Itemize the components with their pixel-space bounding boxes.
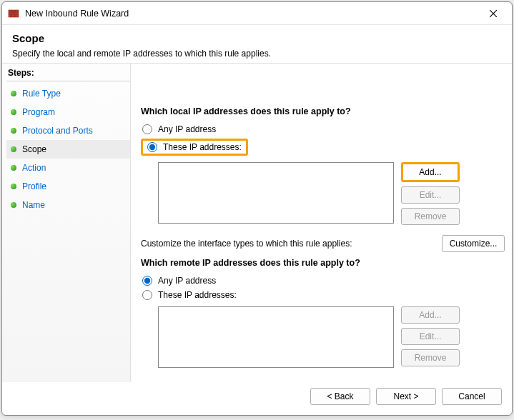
local-remove-button: Remove <box>401 208 460 225</box>
local-edit-button: Edit... <box>401 186 460 204</box>
remote-radio-these[interactable] <box>142 290 152 300</box>
cancel-button[interactable]: Cancel <box>442 388 502 405</box>
close-button[interactable] <box>480 4 506 23</box>
wizard-footer: < Back Next > Cancel <box>2 382 512 415</box>
step-label: Action <box>22 163 46 173</box>
bullet-icon <box>11 202 16 208</box>
remote-ip-buttons: Add... Edit... Remove <box>401 306 460 366</box>
step-action[interactable]: Action <box>6 159 130 177</box>
next-button[interactable]: Next > <box>376 388 436 405</box>
local-radio-any-row: Any IP address <box>141 124 505 134</box>
step-rule-type[interactable]: Rule Type <box>6 84 130 103</box>
page-title: Scope <box>12 32 502 44</box>
bullet-icon <box>11 146 16 152</box>
local-add-button[interactable]: Add... <box>401 162 460 182</box>
local-these-highlight: These IP addresses: <box>141 139 248 156</box>
remote-radio-any[interactable] <box>142 276 152 286</box>
step-label: Profile <box>22 181 46 191</box>
step-label: Rule Type <box>22 89 61 99</box>
remote-radio-these-label[interactable]: These IP addresses: <box>158 290 237 300</box>
remote-add-button: Add... <box>401 306 460 324</box>
remote-radio-these-row: These IP addresses: <box>141 290 505 300</box>
local-ip-buttons: Add... Edit... Remove <box>401 162 460 225</box>
bullet-icon <box>11 91 16 96</box>
window-title: New Inbound Rule Wizard <box>25 9 480 19</box>
step-protocol-ports[interactable]: Protocol and Ports <box>6 121 130 140</box>
local-ip-row: Add... Edit... Remove <box>141 162 505 225</box>
bullet-icon <box>11 109 16 115</box>
content-panel: Which local IP addresses does this rule … <box>131 64 512 382</box>
remote-remove-button: Remove <box>401 349 460 366</box>
remote-ip-listbox[interactable] <box>158 306 394 368</box>
steps-sidebar: Steps: Rule Type Program Protocol and Po… <box>2 64 131 382</box>
remote-radio-any-label[interactable]: Any IP address <box>158 276 216 286</box>
bullet-icon <box>11 128 16 134</box>
local-radio-these-label[interactable]: These IP addresses: <box>163 142 242 152</box>
remote-ip-row: Add... Edit... Remove <box>141 306 505 368</box>
local-radio-any[interactable] <box>142 124 152 134</box>
step-label: Protocol and Ports <box>22 126 93 136</box>
title-bar: New Inbound Rule Wizard <box>2 2 512 25</box>
remote-edit-button: Edit... <box>401 328 460 345</box>
step-name[interactable]: Name <box>6 196 130 214</box>
bullet-icon <box>11 184 16 189</box>
wizard-window: New Inbound Rule Wizard Scope Specify th… <box>1 1 513 416</box>
local-heading: Which local IP addresses does this rule … <box>141 106 505 116</box>
step-scope[interactable]: Scope <box>6 140 130 159</box>
local-radio-any-label[interactable]: Any IP address <box>158 124 216 134</box>
remote-radio-any-row: Any IP address <box>141 276 505 286</box>
steps-title: Steps: <box>6 68 130 81</box>
customize-row: Customize the interface types to which t… <box>141 235 505 252</box>
page-subtitle: Specify the local and remote IP addresse… <box>12 49 502 59</box>
customize-text: Customize the interface types to which t… <box>141 239 432 249</box>
step-profile[interactable]: Profile <box>6 177 130 196</box>
step-label: Scope <box>22 144 46 154</box>
local-ip-listbox[interactable] <box>158 162 394 224</box>
header-area: Scope Specify the local and remote IP ad… <box>2 25 512 63</box>
firewall-icon <box>8 8 19 19</box>
bullet-icon <box>11 165 16 171</box>
step-label: Name <box>22 200 45 210</box>
back-button[interactable]: < Back <box>310 388 370 405</box>
body-area: Steps: Rule Type Program Protocol and Po… <box>2 63 512 382</box>
local-radio-these[interactable] <box>147 142 157 152</box>
customize-button[interactable]: Customize... <box>442 235 505 252</box>
step-program[interactable]: Program <box>6 103 130 121</box>
remote-heading: Which remote IP addresses does this rule… <box>141 258 505 268</box>
step-label: Program <box>22 107 55 117</box>
